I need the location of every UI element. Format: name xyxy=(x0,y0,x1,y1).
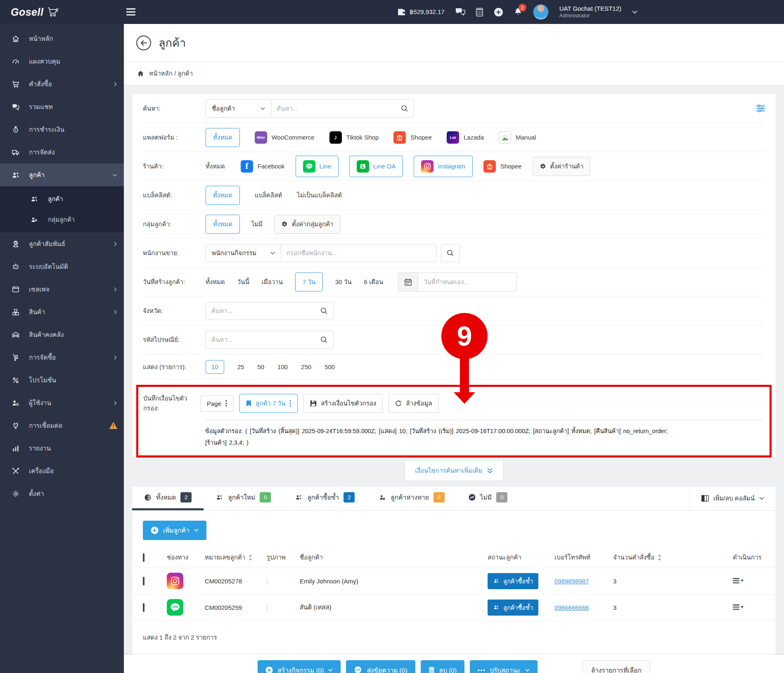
hamburger-menu-icon[interactable] xyxy=(126,8,135,16)
sidebar-item-orders[interactable]: คำสั่งซื้อ xyxy=(0,73,124,95)
store-instagram-selected[interactable]: Instagram xyxy=(414,156,473,177)
date-6months-option[interactable]: 6 เดือน xyxy=(364,277,384,287)
tab-all[interactable]: ทั้งหมด 2 xyxy=(132,487,204,510)
page-size-500[interactable]: 500 xyxy=(324,363,335,370)
search-icon[interactable] xyxy=(401,105,408,112)
date-all-option[interactable]: ทั้งหมด xyxy=(206,277,225,287)
clear-data-button[interactable]: ล้างข้อมูล xyxy=(388,394,438,413)
search-icon[interactable] xyxy=(320,307,328,315)
store-line-selected[interactable]: LINE Line xyxy=(296,156,339,177)
sidebar-item-crm[interactable]: ลูกค้าสัมพันธ์ xyxy=(0,232,124,255)
date-yesterday-option[interactable]: เมื่อวาน xyxy=(262,277,283,287)
page-size-10-button[interactable]: 10 xyxy=(206,360,224,374)
more-search-conditions-link[interactable]: เงื่อนไขการค้นหาเพิ่มเติม xyxy=(405,461,503,481)
row-action-menu-icon[interactable] xyxy=(733,578,744,583)
saved-filter-chip-button[interactable]: ลูกค้า 7 วัน xyxy=(239,394,298,413)
sidebar-item-purchasing[interactable]: การจัดซื้อ xyxy=(0,346,124,369)
province-input[interactable] xyxy=(211,307,317,314)
group-settings-button[interactable]: ตั้งค่ากลุ่มลูกค้า xyxy=(274,215,340,234)
sidebar-item-payments[interactable]: การชำระเงิน xyxy=(0,118,124,141)
platform-all-button[interactable]: ทั้งหมด xyxy=(206,128,240,147)
page-size-250[interactable]: 250 xyxy=(301,363,311,370)
clear-selection-button[interactable]: ล้างรายการที่เลือก xyxy=(583,660,650,673)
date-30days-option[interactable]: 30 วัน xyxy=(335,277,352,287)
sidebar-item-inventory[interactable]: สินค้าคงคลัง xyxy=(0,323,124,346)
sidebar-item-reports[interactable]: รายงาน xyxy=(0,437,124,460)
group-all-button[interactable]: ทั้งหมด xyxy=(206,215,240,234)
platform-manual[interactable]: Manual xyxy=(499,131,536,144)
create-activity-button[interactable]: สร้างกิจกรรม (0) xyxy=(258,660,341,673)
page-size-50[interactable]: 50 xyxy=(257,363,264,370)
page-size-25[interactable]: 25 xyxy=(237,363,244,370)
sidebar-subitem-customer-groups[interactable]: กลุ่มลูกค้า xyxy=(0,209,124,230)
sidebar-item-chats[interactable]: รวมแชท xyxy=(0,95,124,118)
add-remove-columns-button[interactable]: เพิ่ม/ลบ คอลัมน์ xyxy=(689,487,776,510)
blacklist-all-button[interactable]: ทั้งหมด xyxy=(206,186,240,205)
sidebar-item-dashboard[interactable]: แผงควบคุม xyxy=(0,50,124,73)
user-info[interactable]: UAT Gochat (TEST12) Administrator xyxy=(559,5,621,19)
sidebar-subitem-customers[interactable]: ลูกค้า xyxy=(0,189,124,209)
breadcrumb[interactable]: หน้าหลัก / ลูกค้า xyxy=(124,62,784,85)
row-checkbox[interactable] xyxy=(143,603,144,612)
store-settings-button[interactable]: ตั้งค่าร้านค้า xyxy=(533,157,591,176)
back-button[interactable] xyxy=(136,36,151,50)
chat-icon[interactable] xyxy=(455,8,465,16)
sidebar-item-automation[interactable]: ระบบอัตโนมัติ xyxy=(0,255,124,278)
sidebar-item-customers[interactable]: ลูกค้า xyxy=(0,164,124,186)
sidebar-item-promotions[interactable]: โปรโมชั่น xyxy=(0,369,124,391)
tab-none[interactable]: ไม่มี 0 xyxy=(457,487,519,510)
tab-repeat-customers[interactable]: ลูกค้าซื้อซ้ำ 2 xyxy=(283,487,367,510)
page-size-100[interactable]: 100 xyxy=(277,363,288,370)
sidebar-item-tools[interactable]: เครื่องมือ xyxy=(0,460,124,482)
store-lineoa-selected[interactable]: Line OA xyxy=(349,156,403,177)
custom-date-input[interactable] xyxy=(418,273,516,291)
postcode-input[interactable] xyxy=(211,336,317,343)
platform-tiktok[interactable]: ♪ Tiktok Shop xyxy=(329,131,379,144)
blacklist-option[interactable]: แบล็คลิสต์ xyxy=(255,190,282,200)
not-blacklist-option[interactable]: ไม่เป็นแบล็คลิสต์ xyxy=(297,190,342,200)
sidebar-item-home[interactable]: หน้าหลัก xyxy=(0,27,124,50)
user-menu-chevron-icon[interactable] xyxy=(632,10,637,14)
store-shopee[interactable]: Shopee xyxy=(483,160,522,173)
send-message-button[interactable]: SMS ส่งข้อความ (0) xyxy=(346,660,415,673)
notification-bell-icon[interactable]: 2 xyxy=(514,7,522,17)
sidebar-item-users[interactable]: ผู้ใช้งาน xyxy=(0,391,124,414)
add-customer-button[interactable]: เพิ่มลูกค้า xyxy=(143,521,206,540)
user-avatar[interactable] xyxy=(533,4,549,20)
salesperson-type-select[interactable]: พนักงานกิจกรรม xyxy=(206,244,281,262)
sidebar-item-salepage[interactable]: เซลเพจ xyxy=(0,278,124,301)
store-facebook[interactable]: f Facebook xyxy=(241,160,285,173)
row-checkbox[interactable] xyxy=(143,577,144,585)
group-none-option[interactable]: ไม่มี xyxy=(251,219,263,229)
search-input[interactable] xyxy=(277,105,398,112)
sort-icon[interactable] xyxy=(249,555,252,561)
date-7days-button[interactable]: 7 วัน xyxy=(295,273,323,291)
platform-lazada[interactable]: Laz Lazada xyxy=(447,131,484,144)
advanced-filter-icon[interactable] xyxy=(756,104,765,112)
customer-photo[interactable] xyxy=(267,577,268,585)
store-all[interactable]: ทั้งหมด xyxy=(206,161,225,171)
sidebar-item-shipping[interactable]: การจัดส่ง xyxy=(0,141,124,164)
phone-link[interactable]: 0966666666 xyxy=(554,604,589,611)
calendar-icon[interactable] xyxy=(398,273,418,291)
tab-inactive-customers[interactable]: ลูกค้าห่างหาย 0 xyxy=(367,487,456,510)
calculator-icon[interactable] xyxy=(476,8,483,17)
search-type-select[interactable]: ชื่อลูกค้า xyxy=(206,100,271,117)
search-icon[interactable] xyxy=(320,336,328,344)
row-action-menu-icon[interactable] xyxy=(733,604,744,610)
salesperson-search-button[interactable] xyxy=(441,244,460,262)
select-all-checkbox[interactable] xyxy=(143,553,144,562)
salesperson-input[interactable] xyxy=(287,249,431,256)
sort-icon[interactable] xyxy=(658,555,661,561)
sidebar-item-products[interactable]: สินค้า xyxy=(0,301,124,323)
sidebar-item-settings[interactable]: ตั้งค่า xyxy=(0,482,124,505)
create-filter-button[interactable]: สร้างเงื่อนไขตัวกรอง xyxy=(303,394,383,413)
platform-shopee[interactable]: Shopee xyxy=(393,131,432,144)
platform-woocommerce[interactable]: Woo WooCommerce xyxy=(255,131,315,144)
add-circle-icon[interactable] xyxy=(494,7,503,17)
date-today-option[interactable]: วันนี้ xyxy=(237,277,249,287)
phone-link[interactable]: 0989898987 xyxy=(554,578,589,585)
page-filter-button[interactable]: Page xyxy=(200,396,234,412)
delete-button[interactable]: ลบ (0) xyxy=(421,660,465,673)
customer-photo[interactable] xyxy=(267,604,268,611)
